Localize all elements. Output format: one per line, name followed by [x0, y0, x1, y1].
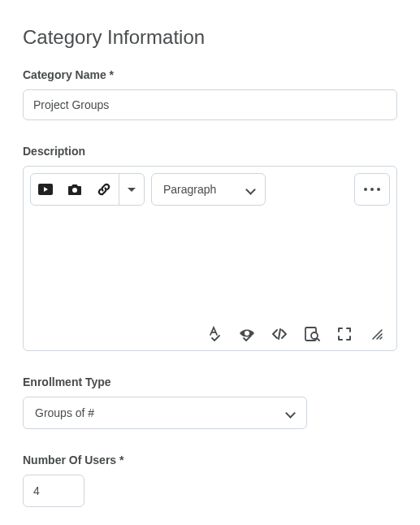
accessibility-icon — [239, 326, 255, 342]
spellcheck-icon — [206, 326, 223, 342]
format-select[interactable]: Paragraph — [151, 173, 266, 206]
preview-button[interactable] — [304, 326, 320, 342]
code-icon — [271, 326, 288, 342]
format-select-label: Paragraph — [163, 183, 216, 196]
resize-icon — [370, 328, 383, 341]
accessibility-check-button[interactable] — [239, 326, 255, 342]
enrollment-type-label: Enrollment Type — [23, 375, 397, 388]
editor-footer — [24, 319, 396, 350]
enrollment-type-select[interactable]: Groups of # — [23, 397, 307, 429]
more-actions-button[interactable] — [354, 173, 390, 206]
page-title: Category Information — [23, 26, 397, 49]
fullscreen-icon — [337, 327, 352, 341]
description-label: Description — [23, 145, 397, 158]
category-name-field: Category Name * — [23, 68, 397, 120]
media-button-group — [30, 173, 145, 206]
insert-link-button[interactable] — [89, 174, 119, 205]
insert-image-button[interactable] — [60, 174, 89, 205]
video-icon — [38, 184, 53, 195]
category-name-label: Category Name * — [23, 68, 397, 81]
description-field: Description — [23, 145, 397, 351]
editor-toolbar: Paragraph — [24, 167, 396, 206]
spellcheck-button[interactable] — [206, 326, 223, 342]
category-name-input[interactable] — [23, 89, 397, 120]
link-icon — [97, 182, 111, 197]
rich-text-editor: Paragraph — [23, 166, 397, 351]
svg-point-1 — [72, 188, 77, 193]
chevron-down-icon — [285, 408, 295, 418]
fullscreen-button[interactable] — [336, 326, 353, 342]
media-dropdown-button[interactable] — [119, 174, 144, 205]
html-source-button[interactable] — [271, 326, 288, 342]
insert-video-button[interactable] — [31, 174, 60, 205]
chevron-down-icon — [245, 184, 255, 194]
svg-point-2 — [245, 331, 249, 336]
resize-handle[interactable] — [369, 326, 385, 342]
number-of-users-label: Number Of Users * — [23, 453, 397, 466]
editor-content-area[interactable] — [24, 206, 396, 319]
ellipsis-icon — [364, 188, 380, 191]
enrollment-type-field: Enrollment Type Groups of # — [23, 375, 397, 429]
camera-icon — [67, 183, 83, 196]
caret-down-icon — [128, 188, 136, 192]
number-of-users-input[interactable] — [23, 475, 84, 507]
preview-icon — [304, 326, 320, 342]
enrollment-type-value: Groups of # — [35, 406, 94, 419]
number-of-users-field: Number Of Users * — [23, 453, 397, 507]
